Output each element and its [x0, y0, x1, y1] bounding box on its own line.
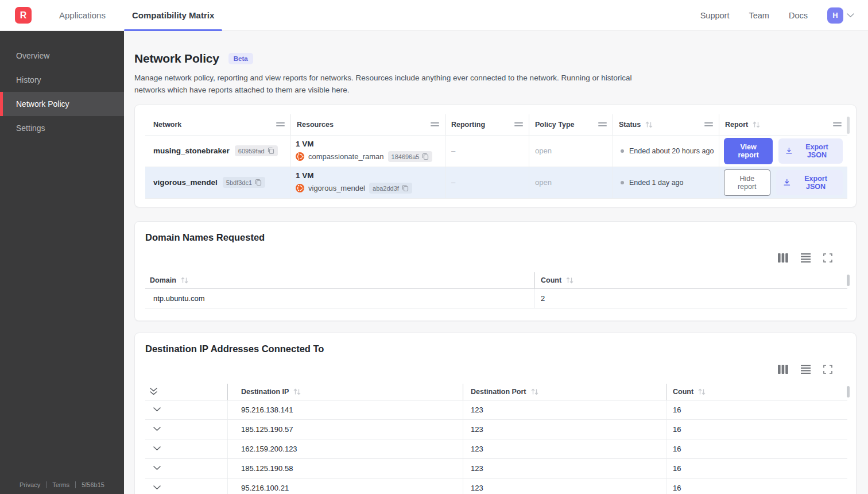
- table-toolbar: [145, 364, 846, 375]
- col-header-status[interactable]: Status: [613, 114, 719, 135]
- col-label: Destination Port: [471, 388, 526, 396]
- hash-text: 60959fad: [238, 148, 265, 155]
- privacy-link[interactable]: Privacy: [20, 481, 40, 488]
- col-header-count[interactable]: Count: [534, 272, 847, 288]
- sort-icon[interactable]: [530, 388, 539, 395]
- column-menu-icon[interactable]: [431, 122, 439, 127]
- copy-icon[interactable]: [422, 153, 429, 160]
- row-expand-icon[interactable]: [145, 420, 227, 439]
- column-menu-icon[interactable]: [276, 122, 285, 127]
- sidebar-item-settings[interactable]: Settings: [0, 116, 124, 140]
- col-header-report[interactable]: Report: [719, 114, 847, 135]
- column-menu-icon[interactable]: [598, 122, 607, 127]
- col-header-destination-port[interactable]: Destination Port: [463, 384, 666, 400]
- network-hash-badge[interactable]: 5bdf3dc1: [223, 177, 265, 188]
- col-label: Count: [673, 388, 693, 396]
- row-expand-icon[interactable]: [145, 439, 227, 458]
- column-menu-icon[interactable]: [514, 122, 523, 127]
- sort-icon[interactable]: [645, 121, 653, 128]
- destination-row[interactable]: 95.216.138.141 123 16: [145, 400, 847, 420]
- sidebar-item-network-policy[interactable]: Network Policy: [0, 92, 124, 116]
- destination-ip: 162.159.200.123: [227, 439, 463, 458]
- sidebar-item-history[interactable]: History: [0, 68, 124, 92]
- count-value: 16: [666, 459, 847, 478]
- network-row[interactable]: vigorous_mendel 5bdf3dc1 1 VM vigorous_m…: [145, 167, 847, 199]
- nav-tab-applications[interactable]: Applications: [51, 0, 114, 31]
- expand-all-icon[interactable]: [145, 384, 227, 400]
- export-json-button[interactable]: Export JSON: [778, 138, 843, 164]
- columns-icon[interactable]: [778, 365, 788, 374]
- network-name: musing_stonebraker: [153, 146, 230, 155]
- domain-row[interactable]: ntp.ubuntu.com 2: [145, 289, 847, 308]
- row-expand-icon[interactable]: [145, 400, 227, 419]
- scrollbar-thumb[interactable]: [847, 275, 850, 286]
- status-text: Ended about 20 hours ago: [629, 147, 714, 155]
- columns-icon[interactable]: [778, 253, 788, 263]
- sort-icon[interactable]: [752, 121, 761, 128]
- sort-icon[interactable]: [180, 277, 189, 284]
- copy-icon[interactable]: [255, 179, 262, 186]
- nav-tab-compatibility-matrix[interactable]: Compatibility Matrix: [124, 0, 222, 31]
- hash-text: 5bdf3dc1: [226, 179, 252, 186]
- page-description: Manage network policy, reporting and vie…: [134, 72, 645, 97]
- count-value: 2: [534, 289, 847, 308]
- fullscreen-icon[interactable]: [823, 253, 832, 263]
- destination-row[interactable]: 95.216.100.21 123 16: [145, 478, 847, 494]
- divider: [75, 481, 76, 488]
- col-header-resources[interactable]: Resources: [291, 114, 445, 135]
- resource-hash-badge[interactable]: 184696a5: [388, 151, 433, 162]
- sort-icon[interactable]: [698, 388, 706, 395]
- user-menu[interactable]: H: [827, 7, 854, 24]
- row-expand-icon[interactable]: [145, 478, 227, 494]
- sidebar-item-overview[interactable]: Overview: [0, 44, 124, 68]
- rows-density-icon[interactable]: [801, 253, 811, 263]
- fullscreen-icon[interactable]: [823, 365, 832, 374]
- col-header-network[interactable]: Network: [145, 114, 291, 135]
- scrollbar-thumb[interactable]: [847, 386, 850, 397]
- destination-row[interactable]: 185.125.190.57 123 16: [145, 420, 847, 439]
- resource-hash-badge[interactable]: aba2dd3f: [369, 183, 412, 194]
- network-row[interactable]: musing_stonebraker 60959fad 1 VM compass…: [145, 135, 847, 167]
- network-hash-badge[interactable]: 60959fad: [235, 145, 278, 156]
- scrollbar-thumb[interactable]: [847, 117, 850, 134]
- export-json-button[interactable]: Export JSON: [776, 170, 843, 195]
- destination-row[interactable]: 162.159.200.123 123 16: [145, 439, 847, 459]
- avatar[interactable]: H: [827, 7, 843, 24]
- copy-icon[interactable]: [268, 147, 274, 155]
- status-dot: [621, 181, 624, 184]
- sort-icon[interactable]: [293, 388, 301, 395]
- reporting-value: –: [445, 136, 529, 167]
- destination-row[interactable]: 185.125.190.58 123 16: [145, 459, 847, 478]
- top-navbar: R Applications Compatibility Matrix Supp…: [0, 0, 868, 31]
- col-header-reporting[interactable]: Reporting: [445, 114, 529, 135]
- build-id: 5f56b15: [82, 481, 104, 488]
- col-header-destination-ip[interactable]: Destination IP: [227, 384, 463, 400]
- app-logo[interactable]: R: [15, 7, 32, 24]
- col-header-count[interactable]: Count: [666, 384, 847, 400]
- destination-port: 123: [463, 439, 666, 458]
- sort-icon[interactable]: [565, 277, 574, 284]
- hash-text: 184696a5: [392, 153, 420, 160]
- navbar-right: Support Team Docs H: [700, 7, 868, 24]
- divider: [46, 481, 46, 488]
- terms-link[interactable]: Terms: [52, 481, 69, 488]
- count-value: 16: [666, 420, 847, 439]
- nav-link-support[interactable]: Support: [700, 11, 730, 20]
- destination-port: 123: [463, 400, 666, 419]
- destination-port: 123: [463, 420, 666, 439]
- vm-count: 1 VM: [296, 171, 314, 180]
- col-header-policy-type[interactable]: Policy Type: [529, 114, 613, 135]
- hash-text: aba2dd3f: [373, 185, 399, 192]
- nav-link-docs[interactable]: Docs: [789, 11, 808, 20]
- hide-report-button[interactable]: Hide report: [724, 169, 770, 196]
- column-menu-icon[interactable]: [704, 122, 713, 127]
- view-report-button[interactable]: View report: [724, 138, 773, 164]
- col-header-domain[interactable]: Domain: [145, 272, 534, 288]
- nav-link-team[interactable]: Team: [749, 11, 769, 20]
- rows-density-icon[interactable]: [801, 365, 811, 374]
- resource-name: vigorous_mendel: [308, 184, 365, 192]
- copy-icon[interactable]: [402, 184, 409, 192]
- domain-value: ntp.ubuntu.com: [145, 289, 534, 308]
- row-expand-icon[interactable]: [145, 459, 227, 478]
- column-menu-icon[interactable]: [833, 122, 842, 127]
